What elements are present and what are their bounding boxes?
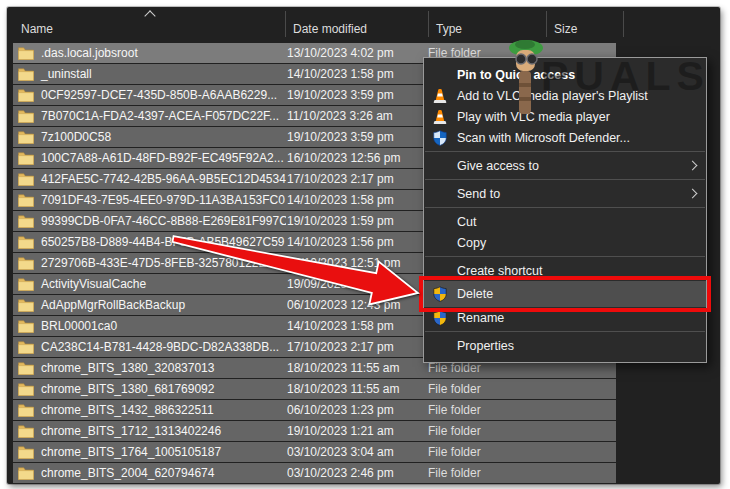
menu-item-label: Delete — [457, 287, 493, 301]
file-date-modified: 03/10/2023 3:04 am — [287, 442, 425, 462]
file-name: 100C7A88-A61D-48FD-B92F-EC495F92A2... — [41, 148, 284, 168]
file-date-modified: 13/10/2023 4:02 pm — [287, 43, 425, 63]
file-date-modified: 18/10/2023 11:55 am — [287, 379, 425, 399]
screenshot: Name Date modified Type Size .das.local.… — [0, 0, 730, 489]
file-row[interactable]: chrome_BITS_2004_620794674 03/10/2023 2:… — [13, 463, 616, 483]
folder-icon — [18, 193, 34, 207]
folder-icon — [18, 445, 34, 459]
column-divider[interactable] — [285, 11, 286, 37]
menu-item-label: Rename — [457, 311, 504, 325]
menu-item-send-to[interactable]: Send to — [424, 183, 706, 204]
file-name: chrome_BITS_1380_681769092 — [41, 379, 214, 399]
vlc-cone-icon — [432, 109, 448, 125]
menu-separator — [425, 179, 705, 180]
menu-item-icon — [432, 67, 448, 83]
menu-item-label: Add to VLC media player's Playlist — [457, 89, 648, 103]
menu-item-label: Play with VLC media player — [457, 110, 610, 124]
menu-item-icon — [432, 214, 448, 230]
file-row[interactable]: chrome_BITS_1432_886322511 06/10/2023 1:… — [13, 400, 616, 420]
folder-icon — [18, 361, 34, 375]
column-header-date-modified[interactable]: Date modified — [293, 22, 367, 36]
file-name: BRL00001ca0 — [41, 316, 117, 336]
file-name: 412FAE5C-7742-42B5-96AA-9B5EC12D4534 — [41, 169, 286, 189]
uac-shield-icon — [432, 310, 448, 326]
column-header-type[interactable]: Type — [436, 22, 462, 36]
menu-item-icon — [432, 263, 448, 279]
menu-separator — [425, 151, 705, 152]
folder-icon — [18, 319, 34, 333]
uac-shield-icon — [432, 286, 448, 302]
file-row[interactable]: chrome_BITS_1380_681769092 18/10/2023 11… — [13, 379, 616, 399]
menu-separator — [425, 207, 705, 208]
file-date-modified: 19/10/2023 1:21 am — [287, 421, 425, 441]
file-name: _uninstall — [41, 64, 92, 84]
file-name: 650257B8-D889-44B4-BF5B-AB5B49627C59 — [41, 232, 285, 252]
file-name: chrome_BITS_1712_1313402246 — [41, 421, 221, 441]
menu-item-add-to-vlc-media-player-s-playlist[interactable]: Add to VLC media player's Playlist — [424, 85, 706, 106]
file-type: File folder — [428, 442, 548, 462]
menu-item-pin-to-quick-access[interactable]: Pin to Quick access — [424, 64, 706, 85]
folder-icon — [18, 214, 34, 228]
menu-item-icon — [432, 158, 448, 174]
menu-item-label: Give access to — [457, 159, 539, 173]
menu-item-icon — [432, 338, 448, 354]
file-date-modified: 06/10/2023 1:23 pm — [287, 400, 425, 420]
menu-item-label: Properties — [457, 339, 514, 353]
context-menu: Pin to Quick access Add to VLC media pla… — [423, 57, 707, 363]
folder-icon — [18, 172, 34, 186]
menu-item-icon — [432, 186, 448, 202]
menu-item-copy[interactable]: Copy — [424, 232, 706, 253]
file-name: 0CF92597-DCE7-435D-850B-A6AAB6229... — [41, 85, 277, 105]
defender-shield-icon — [432, 130, 448, 146]
folder-icon — [18, 109, 34, 123]
menu-item-label: Scan with Microsoft Defender... — [457, 131, 630, 145]
folder-icon — [18, 67, 34, 81]
menu-separator — [425, 256, 705, 257]
folder-icon — [18, 46, 34, 60]
menu-item-give-access-to[interactable]: Give access to — [424, 155, 706, 176]
file-date-modified: 14/10/2023 1:58 pm — [287, 64, 425, 84]
menu-item-cut[interactable]: Cut — [424, 211, 706, 232]
file-date-modified: 19/09/2023 — [287, 274, 425, 294]
file-date-modified: 11/10/2023 3:26 am — [287, 106, 425, 126]
file-date-modified: 19/10/2023 1:59 pm — [287, 211, 425, 231]
file-type: File folder — [428, 400, 548, 420]
column-divider[interactable] — [623, 11, 624, 37]
file-date-modified: 17/10/2023 2:17 pm — [287, 337, 425, 357]
file-row[interactable]: chrome_BITS_1712_1313402246 19/10/2023 1… — [13, 421, 616, 441]
file-date-modified: 06/10/2023 12:43 pm — [287, 295, 425, 315]
menu-item-create-shortcut[interactable]: Create shortcut — [424, 260, 706, 281]
file-type: File folder — [428, 421, 548, 441]
file-name: 7B070C1A-FDA2-4397-ACEA-F057DC22F... — [41, 106, 279, 126]
column-header-name[interactable]: Name — [21, 22, 53, 36]
file-name: chrome_BITS_1432_886322511 — [41, 400, 214, 420]
menu-item-label: Pin to Quick access — [457, 68, 575, 82]
file-date-modified: 14/10/2023 1:58 pm — [287, 316, 425, 336]
file-date-modified: 16/10/2023 12:56 pm — [287, 148, 425, 168]
file-name: .das.local.jobsroot — [41, 43, 138, 63]
column-divider[interactable] — [428, 11, 429, 37]
folder-icon — [18, 466, 34, 480]
menu-item-play-with-vlc-media-player[interactable]: Play with VLC media player — [424, 106, 706, 127]
file-name: ActivityVisualCache — [41, 274, 146, 294]
file-name: AdAppMgrRollBackBackup — [41, 295, 185, 315]
submenu-chevron-icon — [688, 161, 698, 171]
menu-item-properties[interactable]: Properties — [424, 335, 706, 356]
file-type: File folder — [428, 463, 548, 483]
file-name: 99399CDB-0FA7-46CC-8B88-E269E81F997C — [41, 211, 286, 231]
menu-separator — [425, 331, 705, 332]
folder-icon — [18, 235, 34, 249]
file-row[interactable]: chrome_BITS_1764_1005105187 03/10/2023 3… — [13, 442, 616, 462]
file-date-modified: 14/10/2023 1:56 pm — [287, 232, 425, 252]
submenu-chevron-icon — [688, 189, 698, 199]
menu-item-delete[interactable]: Delete — [424, 281, 706, 307]
menu-item-rename[interactable]: Rename — [424, 307, 706, 328]
file-date-modified: 19/10/2023 3:59 pm — [287, 85, 425, 105]
column-header-size[interactable]: Size — [554, 22, 577, 36]
column-divider[interactable] — [546, 11, 547, 37]
menu-item-scan-with-microsoft-defender[interactable]: Scan with Microsoft Defender... — [424, 127, 706, 148]
folder-icon — [18, 130, 34, 144]
folder-icon — [18, 403, 34, 417]
folder-icon — [18, 88, 34, 102]
menu-item-label: Copy — [457, 236, 486, 250]
